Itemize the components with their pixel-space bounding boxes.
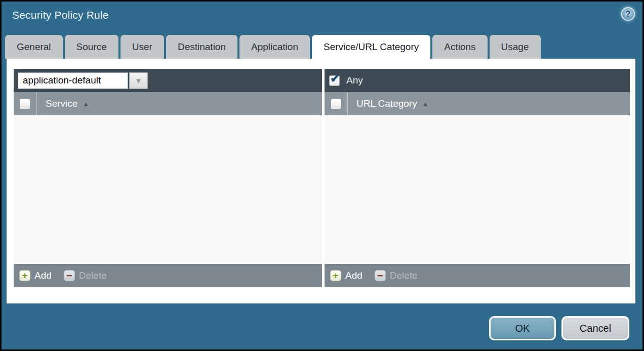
delete-icon: − [375,270,386,281]
url-category-footer: + Add − Delete [325,264,630,287]
sort-asc-icon: ▲ [422,101,429,107]
url-category-header-checkbox-cell [325,92,348,115]
tab-label: Usage [501,41,529,53]
url-category-toolbar: ✔ Any [325,69,630,92]
tab-label: General [17,41,51,53]
tab-user[interactable]: User [120,35,164,59]
service-add-button[interactable]: + Add [19,270,52,281]
tab-label: User [132,41,152,53]
tab-label: Service/URL Category [324,41,419,53]
service-table-header: Service ▲ [14,92,322,115]
url-category-table-body [325,115,630,264]
any-checkbox[interactable]: ✔ [329,75,340,86]
security-policy-rule-dialog: Security Policy Rule ? General Source Us… [0,0,644,351]
tab-service-url-category[interactable]: Service/URL Category [312,35,430,59]
tab-label: Source [76,41,107,53]
tab-content-service-url-category: ▼ Service ▲ + Add − [7,59,635,303]
help-button[interactable]: ? [621,7,635,21]
tab-source[interactable]: Source [65,35,118,59]
delete-icon: − [64,270,75,281]
service-column-header[interactable]: Service ▲ [37,98,89,109]
ok-label: OK [515,323,530,334]
tab-label: Destination [178,41,226,53]
tab-strip: General Source User Destination Applicat… [5,35,541,59]
help-icon: ? [626,10,631,19]
add-icon: + [19,270,30,281]
service-delete-button[interactable]: − Delete [64,270,107,281]
delete-label: Delete [79,270,107,281]
chevron-down-icon: ▼ [135,77,142,84]
url-category-select-all-checkbox[interactable] [331,99,341,109]
checkmark-icon: ✔ [330,72,340,85]
service-type-input[interactable] [18,72,128,89]
url-category-panel: ✔ Any URL Category ▲ + Add [325,69,630,287]
url-category-column-header[interactable]: URL Category ▲ [348,98,429,109]
tab-usage[interactable]: Usage [490,35,541,59]
url-category-table-header: URL Category ▲ [325,92,630,115]
service-type-dropdown-button[interactable]: ▼ [129,72,148,89]
url-category-column-label: URL Category [356,98,417,109]
url-category-add-button[interactable]: + Add [330,270,363,281]
add-icon: + [330,270,341,281]
service-type-combobox: ▼ [18,72,148,89]
tab-label: Application [251,41,298,53]
cancel-label: Cancel [580,323,611,334]
url-category-delete-button[interactable]: − Delete [375,270,418,281]
add-label: Add [345,270,363,281]
service-header-checkbox-cell [14,92,37,115]
add-label: Add [34,270,52,281]
any-label: Any [346,75,363,86]
service-footer: + Add − Delete [14,264,322,287]
tab-application[interactable]: Application [239,35,310,59]
tab-label: Actions [444,41,475,53]
service-toolbar: ▼ [14,69,322,92]
tab-actions[interactable]: Actions [432,35,487,59]
service-panel: ▼ Service ▲ + Add − [14,69,322,287]
ok-button[interactable]: OK [489,316,556,340]
delete-label: Delete [390,270,418,281]
tab-general[interactable]: General [5,35,63,59]
service-table-body [14,115,322,264]
dialog-title: Security Policy Rule [12,9,109,21]
cancel-button[interactable]: Cancel [561,316,629,340]
any-row: ✔ Any [329,75,363,86]
service-column-label: Service [46,98,77,109]
tab-destination[interactable]: Destination [166,35,237,59]
sort-asc-icon: ▲ [83,101,89,107]
service-select-all-checkbox[interactable] [20,99,30,109]
